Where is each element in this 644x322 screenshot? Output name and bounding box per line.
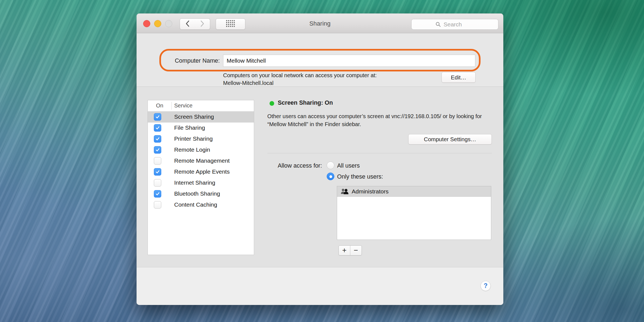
user-row[interactable]: Administrators (337, 186, 491, 197)
question-mark-icon: ? (484, 282, 487, 290)
status-green-dot (270, 101, 274, 106)
service-checkbox-checked[interactable] (154, 124, 161, 132)
service-checkbox-unchecked[interactable] (154, 201, 161, 209)
services-table: On Service Screen SharingFile SharingPri… (148, 100, 254, 255)
local-network-text: Computers on your local network can acce… (223, 72, 377, 78)
computer-name-section: Computer Name: Computers on your local n… (137, 33, 503, 87)
allowed-users-list[interactable]: Administrators (337, 186, 491, 240)
computer-name-label: Computer Name: (175, 57, 220, 64)
service-checkbox-checked[interactable] (154, 113, 161, 121)
radio-only-these-users-label[interactable]: Only these users: (337, 173, 383, 180)
service-checkbox-unchecked[interactable] (154, 179, 161, 187)
main-section: On Service Screen SharingFile SharingPri… (137, 87, 503, 267)
service-row[interactable]: Remote Apple Events (148, 166, 254, 177)
service-label: Remote Login (174, 146, 210, 153)
service-label: Content Caching (174, 201, 217, 208)
detail-divider (267, 153, 492, 153)
service-checkbox-checked[interactable] (154, 190, 161, 198)
service-checkbox-checked[interactable] (154, 168, 161, 176)
status-title: Screen Sharing: On (278, 99, 333, 106)
footer: ? (137, 267, 503, 305)
add-remove-control: + − (338, 245, 362, 256)
group-icon (340, 188, 349, 195)
service-row[interactable]: Internet Sharing (148, 177, 254, 188)
service-checkbox-checked[interactable] (154, 135, 161, 143)
service-row[interactable]: Screen Sharing (148, 112, 254, 123)
service-row[interactable]: Remote Management (148, 156, 254, 166)
service-row[interactable]: Content Caching (148, 199, 254, 210)
computer-name-input[interactable] (223, 55, 475, 67)
edit-button[interactable]: Edit… (442, 72, 476, 83)
radio-all-users[interactable] (327, 162, 334, 169)
remove-user-button[interactable]: − (350, 246, 362, 255)
help-button[interactable]: ? (481, 281, 491, 291)
service-row[interactable]: Printer Sharing (148, 134, 254, 145)
service-row[interactable]: Bluetooth Sharing (148, 188, 254, 199)
service-label: Screen Sharing (174, 113, 214, 120)
service-label: Bluetooth Sharing (174, 190, 220, 197)
computer-settings-label: Computer Settings… (424, 136, 476, 143)
search-icon (435, 22, 441, 27)
service-label: Remote Management (174, 157, 230, 164)
local-hostname-text: Mellow-Mitchell.local (223, 80, 273, 86)
service-checkbox-unchecked[interactable] (154, 157, 161, 165)
user-name: Administrators (352, 188, 388, 195)
titlebar[interactable]: Sharing (137, 13, 503, 33)
services-table-header: On Service (148, 100, 254, 112)
service-label: Remote Apple Events (174, 168, 230, 175)
radio-all-users-label[interactable]: All users (337, 162, 360, 169)
sharing-preferences-window: Sharing Computer Name: Computers on your… (137, 13, 503, 305)
service-row[interactable]: Remote Login (148, 145, 254, 156)
search-input[interactable] (443, 21, 474, 28)
desktop-wallpaper: Sharing Computer Name: Computers on your… (0, 0, 644, 322)
column-header-service: Service (174, 102, 193, 109)
service-label: File Sharing (174, 124, 205, 131)
service-label: Internet Sharing (174, 179, 215, 186)
allow-access-label: Allow access for: (252, 162, 322, 169)
edit-button-label: Edit… (451, 74, 466, 81)
column-header-on: On (148, 102, 171, 109)
computer-settings-button[interactable]: Computer Settings… (408, 134, 492, 145)
service-checkbox-checked[interactable] (154, 146, 161, 154)
service-label: Printer Sharing (174, 135, 213, 142)
status-description: Other users can access your computer’s s… (267, 112, 499, 128)
search-field[interactable] (411, 19, 498, 30)
radio-only-these-users[interactable] (327, 173, 334, 180)
add-user-button[interactable]: + (339, 246, 350, 255)
service-row[interactable]: File Sharing (148, 123, 254, 134)
column-divider (171, 102, 172, 110)
service-list-body: Screen SharingFile SharingPrinter Sharin… (148, 112, 254, 210)
computer-name-description: Computers on your local network can acce… (223, 71, 415, 87)
